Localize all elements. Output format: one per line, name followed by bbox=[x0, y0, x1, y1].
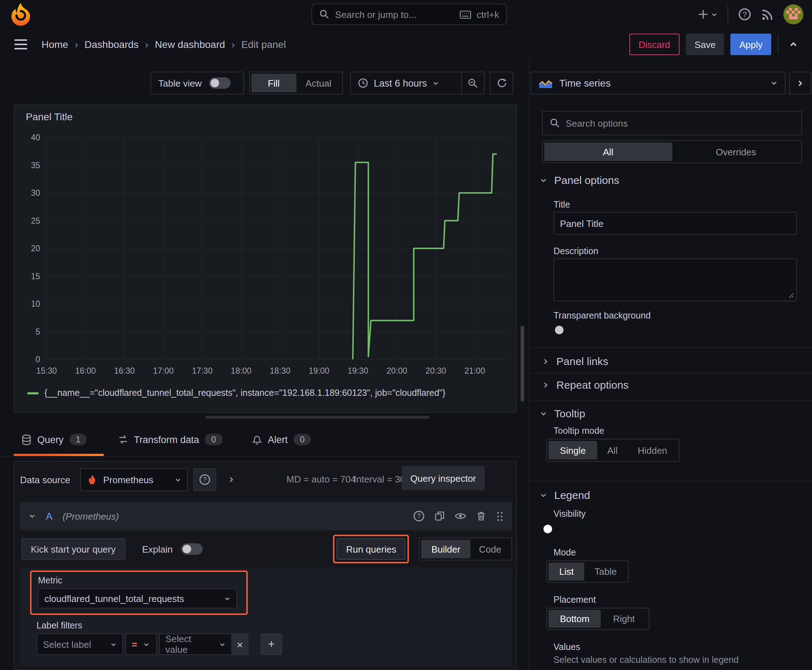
svg-text:18:30: 18:30 bbox=[270, 366, 291, 376]
grafana-logo[interactable] bbox=[10, 2, 32, 27]
placement-right-option[interactable]: Right bbox=[601, 610, 647, 628]
search-options-input[interactable]: Search options bbox=[542, 111, 802, 135]
breadcrumb-dashboards[interactable]: Dashboards bbox=[85, 39, 139, 50]
breadcrumb-separator: › bbox=[232, 39, 235, 50]
panel-title-input[interactable] bbox=[554, 212, 797, 235]
keyboard-icon bbox=[459, 10, 471, 19]
prometheus-icon bbox=[86, 474, 97, 485]
chevron-down-icon bbox=[540, 491, 547, 499]
tab-transform-count: 0 bbox=[205, 434, 222, 445]
repeat-options-header[interactable]: Repeat options bbox=[542, 379, 629, 391]
search-options-placeholder: Search options bbox=[566, 118, 627, 129]
pane-resize-handle[interactable] bbox=[205, 416, 430, 419]
legend-table-option[interactable]: Table bbox=[584, 563, 627, 580]
chart-legend[interactable]: {__name__="cloudflared_tunnel_total_requ… bbox=[27, 388, 445, 398]
datasource-picker[interactable]: Prometheus bbox=[80, 468, 188, 491]
actual-option[interactable]: Actual bbox=[296, 74, 341, 92]
toggle-visibility-button[interactable] bbox=[455, 511, 466, 521]
delete-query-button[interactable] bbox=[476, 511, 486, 521]
discard-button[interactable]: Discard bbox=[629, 34, 680, 55]
breadcrumb-bar: Home › Dashboards › New dashboard › Edit… bbox=[0, 29, 812, 59]
svg-text:16:00: 16:00 bbox=[75, 366, 96, 376]
legend-title: Legend bbox=[554, 489, 590, 501]
mega-menu-button[interactable] bbox=[14, 37, 27, 52]
chevron-right-icon bbox=[542, 357, 549, 365]
table-view-toggle[interactable] bbox=[209, 77, 230, 89]
tooltip-single-option[interactable]: Single bbox=[549, 441, 597, 460]
explain-label: Explain bbox=[142, 544, 173, 554]
filter-overrides-option[interactable]: Overrides bbox=[672, 142, 800, 161]
query-row-header[interactable]: A (Prometheus) ? bbox=[20, 502, 512, 530]
visualization-picker[interactable]: Time series bbox=[531, 71, 785, 95]
svg-text:40: 40 bbox=[31, 133, 40, 142]
avatar[interactable] bbox=[783, 4, 804, 24]
save-button[interactable]: Save bbox=[686, 34, 724, 55]
chevron-down-icon bbox=[219, 641, 225, 648]
grafana-logo-icon bbox=[10, 2, 32, 27]
select-value-dropdown[interactable]: Select value bbox=[159, 633, 231, 655]
query-inspector-button[interactable]: Query inspector bbox=[402, 466, 485, 490]
breadcrumb-new-dashboard[interactable]: New dashboard bbox=[155, 39, 225, 50]
kick-start-button[interactable]: Kick start your query bbox=[22, 538, 125, 560]
add-filter-button[interactable]: + bbox=[261, 633, 282, 655]
datasource-label: Data source bbox=[20, 474, 70, 485]
legend-list-option[interactable]: List bbox=[549, 563, 584, 580]
panel-links-header[interactable]: Panel links bbox=[542, 355, 608, 367]
panel-options-header[interactable]: Panel options bbox=[540, 174, 619, 186]
metric-select[interactable]: cloudflared_tunnel_total_requests bbox=[38, 589, 237, 608]
tooltip-hidden-option[interactable]: Hidden bbox=[627, 441, 677, 460]
filter-all-option[interactable]: All bbox=[544, 142, 672, 161]
global-search-input[interactable]: Search or jump to... ctrl+k bbox=[312, 3, 507, 25]
run-queries-button[interactable]: Run queries bbox=[337, 538, 406, 560]
svg-text:5: 5 bbox=[36, 327, 40, 337]
time-range-picker[interactable]: Last 6 hours bbox=[351, 72, 461, 94]
svg-text:10: 10 bbox=[31, 299, 40, 308]
max-data-points-stat: MD = auto = 704 bbox=[286, 474, 356, 485]
svg-text:30: 30 bbox=[31, 188, 40, 198]
legend-values-label: Values bbox=[554, 642, 580, 652]
tab-transform[interactable]: Transform data 0 bbox=[118, 434, 222, 445]
legend-header[interactable]: Legend bbox=[540, 489, 590, 501]
label-filters-row: Select label = Select value × + bbox=[37, 633, 282, 655]
chevron-down-icon bbox=[143, 641, 149, 648]
help-icon: ? bbox=[738, 8, 751, 21]
tooltip-all-option[interactable]: All bbox=[597, 441, 627, 460]
apply-button[interactable]: Apply bbox=[731, 34, 771, 55]
duplicate-query-button[interactable] bbox=[435, 511, 445, 521]
collapse-options-button[interactable] bbox=[785, 34, 802, 55]
svg-text:21:00: 21:00 bbox=[464, 366, 485, 376]
section-divider bbox=[529, 400, 812, 401]
code-option[interactable]: Code bbox=[470, 540, 510, 558]
breadcrumb-home[interactable]: Home bbox=[42, 39, 68, 50]
run-queries-highlight: Run queries bbox=[333, 535, 409, 563]
expand-options-icon[interactable] bbox=[228, 476, 235, 483]
placement-bottom-option[interactable]: Bottom bbox=[549, 610, 601, 628]
label-filters-label: Label filters bbox=[37, 621, 82, 631]
select-label-dropdown[interactable]: Select label bbox=[37, 633, 123, 655]
add-menu-button[interactable] bbox=[698, 9, 717, 19]
zoom-out-time-button[interactable] bbox=[462, 72, 484, 94]
operator-dropdown[interactable]: = bbox=[125, 633, 157, 655]
builder-code-segment: Builder Code bbox=[419, 538, 512, 560]
time-series-chart[interactable]: 051015202530354015:3016:0016:3017:0017:3… bbox=[18, 130, 514, 385]
explain-toggle[interactable] bbox=[181, 543, 203, 555]
tab-query[interactable]: Query 1 bbox=[22, 434, 87, 445]
datasource-help-button[interactable]: ? bbox=[193, 468, 216, 491]
news-button[interactable] bbox=[761, 8, 773, 20]
builder-option[interactable]: Builder bbox=[421, 540, 470, 558]
description-textarea[interactable] bbox=[554, 259, 797, 301]
tooltip-header[interactable]: Tooltip bbox=[540, 407, 585, 420]
tab-alert[interactable]: Alert 0 bbox=[252, 434, 311, 445]
legend-color-swatch bbox=[27, 392, 39, 394]
remove-filter-button[interactable]: × bbox=[231, 633, 249, 655]
chevron-down-icon bbox=[110, 641, 117, 648]
refresh-button[interactable] bbox=[490, 71, 514, 95]
collapse-sidebar-button[interactable] bbox=[789, 71, 811, 95]
help-button[interactable]: ? bbox=[738, 8, 751, 21]
scrollbar-thumb[interactable] bbox=[520, 326, 524, 401]
drag-handle-icon[interactable] bbox=[496, 511, 503, 521]
query-help-button[interactable]: ? bbox=[413, 510, 425, 522]
svg-text:15: 15 bbox=[31, 272, 40, 281]
transform-icon bbox=[118, 435, 128, 445]
fill-option[interactable]: Fill bbox=[251, 74, 296, 92]
